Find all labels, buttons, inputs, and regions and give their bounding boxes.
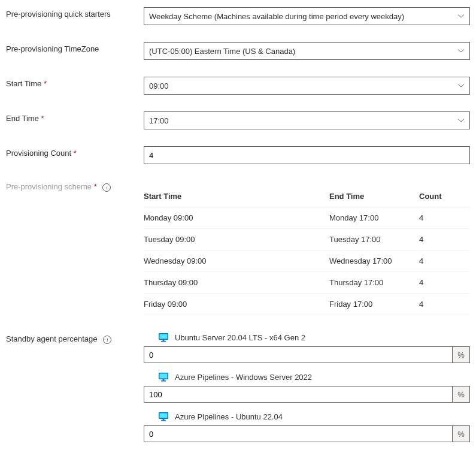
provisioning-count-label: Provisioning Count * [6, 146, 144, 158]
end-time-dropdown[interactable]: 17:00 [144, 111, 470, 129]
cell-end: Friday 17:00 [329, 300, 419, 309]
svg-rect-11 [161, 420, 166, 421]
table-header-count: Count [419, 192, 470, 201]
info-icon[interactable]: i [102, 183, 111, 192]
vm-icon [158, 372, 169, 382]
agent-name: Ubuntu Server 20.04 LTS - x64 Gen 2 [175, 333, 305, 342]
table-row: Monday 09:00Monday 17:004 [144, 207, 470, 229]
cell-start: Tuesday 09:00 [144, 235, 329, 244]
cell-end: Thursday 17:00 [329, 278, 419, 287]
agent-block: Azure Pipelines - Ubuntu 22.04% [158, 411, 470, 442]
percent-suffix: % [452, 425, 470, 442]
end-time-value: 17:00 [149, 116, 457, 125]
cell-count: 4 [419, 256, 470, 265]
percent-suffix: % [452, 346, 470, 363]
cell-count: 4 [419, 235, 470, 244]
standby-percent-input[interactable] [144, 386, 452, 403]
timezone-value: (UTC-05:00) Eastern Time (US & Canada) [149, 47, 457, 56]
standby-percent-input[interactable] [144, 425, 452, 442]
svg-rect-9 [160, 413, 168, 418]
schedule-table: Start Time End Time Count Monday 09:00Mo… [144, 186, 470, 315]
cell-end: Wednesday 17:00 [329, 256, 419, 265]
svg-rect-7 [161, 380, 166, 382]
timezone-dropdown[interactable]: (UTC-05:00) Eastern Time (US & Canada) [144, 42, 470, 60]
agent-block: Ubuntu Server 20.04 LTS - x64 Gen 2% [158, 332, 470, 363]
cell-count: 4 [419, 278, 470, 287]
cell-count: 4 [419, 213, 470, 222]
chevron-down-icon [457, 13, 465, 20]
cell-start: Monday 09:00 [144, 213, 329, 222]
table-row: Thursday 09:00Thursday 17:004 [144, 272, 470, 294]
table-row: Wednesday 09:00Wednesday 17:004 [144, 250, 470, 272]
table-header-start: Start Time [144, 192, 329, 201]
quick-starters-value: Weekday Scheme (Machines available durin… [149, 12, 457, 21]
start-time-label: Start Time * [6, 77, 144, 88]
quick-starters-dropdown[interactable]: Weekday Scheme (Machines available durin… [144, 7, 470, 25]
table-header-end: End Time [329, 192, 419, 201]
standby-label: Standby agent percentage i [6, 332, 144, 344]
vm-icon [158, 332, 169, 343]
agent-name: Azure Pipelines - Ubuntu 22.04 [175, 412, 283, 421]
start-time-dropdown[interactable]: 09:00 [144, 77, 470, 95]
svg-rect-10 [163, 419, 165, 420]
timezone-label: Pre-provisioning TimeZone [6, 42, 144, 53]
cell-start: Friday 09:00 [144, 300, 329, 309]
agent-block: Azure Pipelines - Windows Server 2022% [158, 372, 470, 403]
cell-end: Tuesday 17:00 [329, 235, 419, 244]
table-row: Friday 09:00Friday 17:004 [144, 294, 470, 315]
svg-rect-6 [163, 379, 165, 380]
vm-icon [158, 411, 169, 422]
chevron-down-icon [457, 117, 465, 124]
table-row: Tuesday 09:00Tuesday 17:004 [144, 229, 470, 250]
percent-suffix: % [452, 386, 470, 403]
agent-name: Azure Pipelines - Windows Server 2022 [175, 373, 312, 382]
provisioning-count-input[interactable] [144, 146, 470, 164]
cell-start: Thursday 09:00 [144, 278, 329, 287]
svg-rect-2 [163, 340, 165, 341]
svg-rect-1 [160, 334, 168, 339]
start-time-value: 09:00 [149, 81, 457, 90]
standby-percent-input[interactable] [144, 346, 452, 363]
cell-count: 4 [419, 300, 470, 309]
cell-end: Monday 17:00 [329, 213, 419, 222]
info-icon[interactable]: i [103, 336, 111, 344]
cell-start: Wednesday 09:00 [144, 256, 329, 265]
quick-starters-label: Pre-provisioning quick starters [6, 7, 144, 19]
end-time-label: End Time * [6, 111, 144, 123]
scheme-label: Pre-provisioning scheme * i [6, 181, 144, 192]
chevron-down-icon [457, 47, 465, 55]
chevron-down-icon [457, 82, 465, 89]
svg-rect-3 [161, 341, 166, 342]
svg-rect-5 [160, 374, 168, 379]
